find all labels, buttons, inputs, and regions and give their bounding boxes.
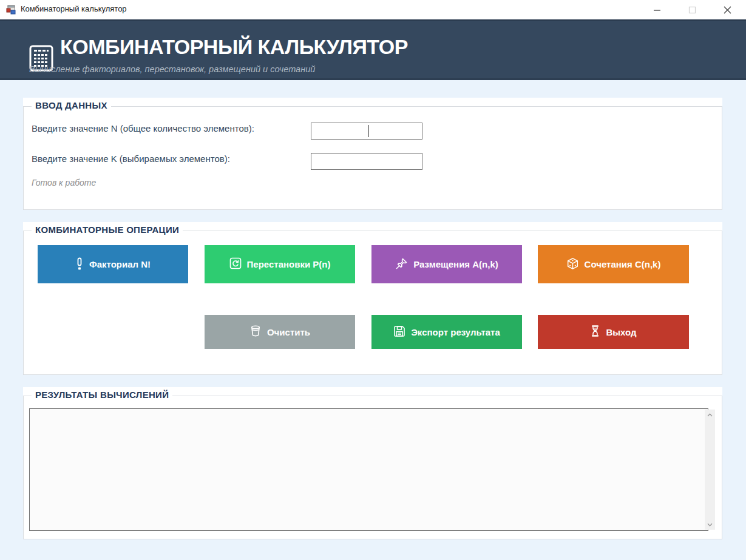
export-button[interactable]: Экспорт результата	[371, 315, 522, 349]
factorial-button[interactable]: Факториал N!	[38, 245, 188, 283]
button-label: Очистить	[267, 327, 310, 337]
button-label: Перестановки P(n)	[247, 259, 331, 269]
trash-icon	[249, 325, 262, 339]
clear-button[interactable]: Очистить	[205, 315, 355, 349]
operations-section: КОМБИНАТОРНЫЕ ОПЕРАЦИИ Факториал N! Пере…	[23, 222, 722, 375]
n-field-label: Введите значение N (общее количество эле…	[32, 123, 254, 133]
header-title: КОМБИНАТОРНЫЙ КАЛЬКУЛЯТОР	[60, 35, 408, 59]
results-textarea[interactable]	[29, 408, 708, 531]
close-button[interactable]	[714, 0, 741, 19]
permutations-button[interactable]: Перестановки P(n)	[205, 245, 355, 283]
combinations-button[interactable]: Сочетания C(n,k)	[538, 245, 689, 283]
button-label: Экспорт результата	[411, 327, 500, 337]
header-subtitle: Вычисление факториалов, перестановок, ра…	[29, 64, 315, 74]
k-field-label: Введите значение K (выбираемых элементов…	[32, 153, 230, 164]
placements-button[interactable]: Размещения A(n,k)	[371, 245, 522, 283]
title-bar: Комбинаторный калькулятор	[0, 0, 746, 19]
dice-icon	[566, 257, 579, 272]
window-title: Комбинаторный калькулятор	[21, 4, 127, 13]
n-input[interactable]	[311, 123, 422, 140]
button-label: Факториал N!	[89, 259, 151, 269]
minimize-button[interactable]	[643, 0, 670, 19]
cycle-icon	[229, 257, 242, 271]
button-label: Сочетания C(n,k)	[585, 259, 661, 269]
app-icon	[6, 5, 16, 15]
results-section-title: РЕЗУЛЬТАТЫ ВЫЧИСЛЕНИЙ	[32, 390, 172, 400]
button-label: Размещения A(n,k)	[413, 259, 498, 269]
save-icon	[393, 325, 405, 339]
status-text: Готов к работе	[32, 178, 96, 187]
text-cursor	[368, 125, 369, 137]
pushpin-icon	[395, 257, 408, 272]
operations-section-title: КОМБИНАТОРНЫЕ ОПЕРАЦИИ	[32, 224, 183, 235]
scroll-down-icon[interactable]	[705, 519, 715, 530]
app-window: Комбинаторный калькулятор КОМБИ	[0, 0, 746, 560]
results-scrollbar[interactable]	[705, 410, 715, 530]
exit-button[interactable]: Выход	[538, 315, 689, 349]
app-header: КОМБИНАТОРНЫЙ КАЛЬКУЛЯТОР Вычисление фак…	[0, 19, 746, 80]
exclamation-icon	[75, 257, 84, 272]
input-section-title: ВВОД ДАННЫХ	[32, 100, 111, 110]
k-input[interactable]	[311, 153, 422, 170]
button-label: Выход	[606, 327, 636, 337]
input-section: ВВОД ДАННЫХ Введите значение N (общее ко…	[23, 98, 722, 210]
results-section: РЕЗУЛЬТАТЫ ВЫЧИСЛЕНИЙ	[23, 387, 722, 539]
maximize-button[interactable]	[679, 0, 705, 19]
hourglass-icon	[590, 325, 600, 339]
scroll-up-icon[interactable]	[705, 410, 715, 420]
